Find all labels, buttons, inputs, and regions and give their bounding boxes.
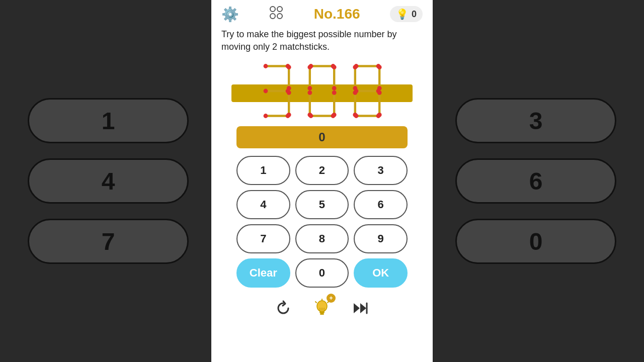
hint-badge[interactable]: 💡 0 — [390, 6, 423, 22]
instruction-text: Try to make the biggest possible number … — [221, 28, 423, 53]
svg-point-31 — [307, 90, 312, 95]
btn-3[interactable]: 3 — [354, 156, 408, 185]
svg-marker-67 — [354, 303, 360, 313]
svg-point-13 — [264, 89, 268, 94]
svg-point-0 — [270, 7, 275, 12]
btn-8[interactable]: 8 — [295, 224, 349, 253]
svg-rect-60 — [320, 313, 324, 315]
hint-bulb-icon: 💡 — [396, 8, 409, 20]
bg-left-7: 7 — [28, 219, 189, 264]
skip-button[interactable] — [352, 299, 370, 317]
btn-9[interactable]: 9 — [354, 224, 408, 253]
bg-right-0: 0 — [455, 219, 616, 264]
digit-8 — [347, 63, 387, 119]
answer-display: 0 — [236, 126, 408, 148]
svg-point-52 — [353, 90, 357, 95]
digit-3 — [257, 63, 297, 119]
svg-point-48 — [377, 65, 382, 70]
numpad: 1 2 3 4 5 6 7 8 9 Clear 0 OK — [236, 156, 408, 288]
bg-right: 3 6 0 — [428, 0, 644, 362]
svg-point-57 — [376, 114, 381, 118]
ok-button[interactable]: OK — [354, 258, 408, 288]
hint-button[interactable]: + — [312, 298, 332, 319]
bg-right-3: 3 — [455, 98, 616, 143]
svg-point-3 — [277, 14, 282, 19]
btn-2[interactable]: 2 — [295, 156, 349, 185]
bg-left-4: 4 — [28, 158, 189, 204]
svg-point-46 — [353, 65, 357, 70]
restart-button[interactable] — [274, 299, 292, 317]
svg-point-11 — [287, 65, 291, 70]
matchstick-digits — [257, 63, 387, 119]
header: ⚙️ No.166 💡 0 — [221, 5, 423, 23]
btn-7[interactable]: 7 — [236, 224, 290, 253]
svg-point-27 — [307, 65, 312, 70]
svg-point-30 — [332, 86, 337, 90]
svg-point-54 — [377, 90, 382, 95]
hint-plus-icon: + — [327, 294, 336, 303]
svg-line-62 — [315, 302, 316, 303]
svg-point-56 — [354, 114, 359, 118]
btn-5[interactable]: 5 — [295, 190, 349, 219]
svg-point-2 — [270, 14, 275, 19]
svg-point-29 — [332, 65, 337, 70]
apps-icon[interactable] — [269, 5, 284, 23]
svg-marker-68 — [360, 303, 366, 313]
digit-0 — [302, 63, 342, 119]
svg-point-35 — [309, 114, 313, 118]
bottom-actions: + — [274, 298, 370, 319]
svg-rect-59 — [319, 311, 325, 313]
svg-point-1 — [277, 7, 282, 12]
svg-point-28 — [307, 86, 312, 90]
hint-count: 0 — [412, 9, 417, 20]
bg-left-1: 1 — [28, 98, 189, 143]
svg-point-17 — [264, 114, 268, 118]
screen: 1 4 7 3 6 0 ⚙️ No.166 💡 0 — [0, 0, 644, 362]
svg-point-18 — [286, 114, 290, 118]
btn-0[interactable]: 0 — [295, 258, 349, 288]
main-panel: ⚙️ No.166 💡 0 Try to make the biggest po… — [211, 0, 433, 362]
bg-left: 1 4 7 — [0, 0, 216, 362]
puzzle-number: No.166 — [314, 6, 360, 22]
btn-6[interactable]: 6 — [354, 190, 408, 219]
svg-point-33 — [332, 90, 337, 95]
svg-point-9 — [264, 64, 268, 68]
btn-1[interactable]: 1 — [236, 156, 290, 185]
svg-point-15 — [287, 90, 291, 95]
settings-icon[interactable]: ⚙️ — [221, 6, 239, 23]
matchstick-area — [221, 58, 423, 124]
btn-4[interactable]: 4 — [236, 190, 290, 219]
clear-button[interactable]: Clear — [236, 258, 290, 288]
bg-right-6: 6 — [455, 158, 616, 204]
svg-point-36 — [331, 114, 336, 118]
